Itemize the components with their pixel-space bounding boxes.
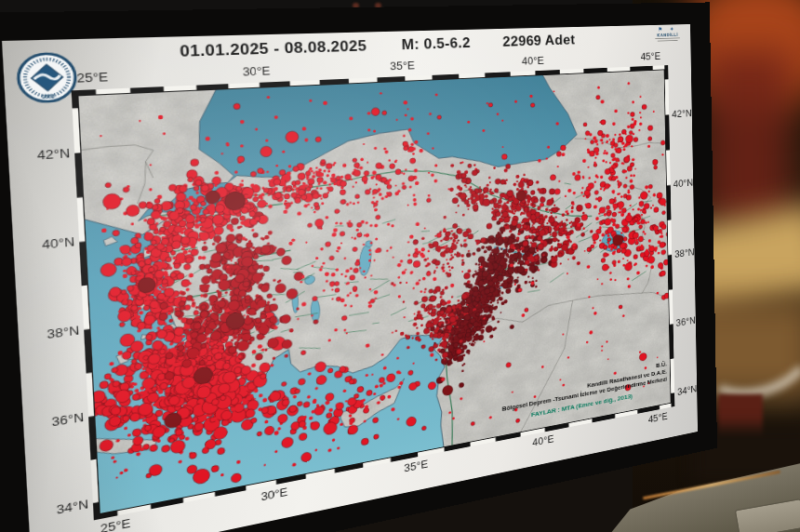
lon-label-bottom-30: 30°E: [260, 485, 287, 503]
webcam-led-icon: [375, 3, 381, 8]
lon-label-top-45: 45°E: [641, 51, 661, 63]
kandilli-logo-rule: [655, 37, 679, 39]
lat-label-left-36: 36°N: [33, 411, 84, 432]
lon-label-bottom-45: 45°E: [648, 411, 668, 426]
lon-label-bottom-40: 40°E: [532, 433, 554, 449]
background-maroon-box: [718, 394, 763, 437]
kandilli-observatory-logo: ⚑ ✦ KANDİLLİ: [648, 26, 687, 42]
background-orange-chair: [679, 0, 800, 112]
lat-label-right-38: 38°N: [674, 246, 694, 259]
lon-label-bottom-35: 35°E: [404, 459, 428, 475]
lon-label-top-40: 40°E: [522, 55, 544, 67]
seal-year: 1863: [42, 95, 56, 100]
lat-label-left-38: 38°N: [28, 324, 80, 344]
lat-label-left-40: 40°N: [22, 235, 74, 254]
lat-label-right-34: 34°N: [677, 383, 697, 397]
magnitude-range-label: M: 0.5-6.2: [401, 34, 471, 53]
lat-label-left-42: 42°N: [18, 147, 71, 164]
photo-scene: 01.01.2025 - 08.08.2025 M: 0.5-6.2 22969…: [0, 0, 800, 532]
background-red-object: [707, 51, 791, 228]
lon-label-bottom-25: 25°E: [100, 517, 131, 532]
lat-label-left-34: 34°N: [37, 498, 88, 521]
bogazici-university-logo: 1863: [15, 51, 79, 105]
lon-label-top-30: 30°E: [243, 65, 271, 79]
lat-label-right-42: 42°N: [672, 108, 692, 120]
background-cable: [687, 301, 800, 409]
lat-label-right-40: 40°N: [673, 178, 693, 191]
earthquake-map: [72, 65, 675, 520]
lon-label-top-25: 25°E: [76, 71, 108, 86]
map-title-bar: 01.01.2025 - 08.08.2025 M: 0.5-6.2 22969…: [2, 29, 690, 66]
event-count-label: 22969 Adet: [502, 32, 575, 49]
lat-label-right-36: 36°N: [676, 315, 696, 329]
lon-label-top-35: 35°E: [390, 60, 415, 73]
date-range-label: 01.01.2025 - 08.08.2025: [180, 37, 367, 60]
webcam-icon: [353, 3, 359, 8]
laptop-screen-map-page: 01.01.2025 - 08.08.2025 M: 0.5-6.2 22969…: [2, 24, 698, 532]
background-wood-dark: [679, 298, 800, 400]
kandilli-logo-name: KANDİLLİ: [648, 32, 687, 37]
